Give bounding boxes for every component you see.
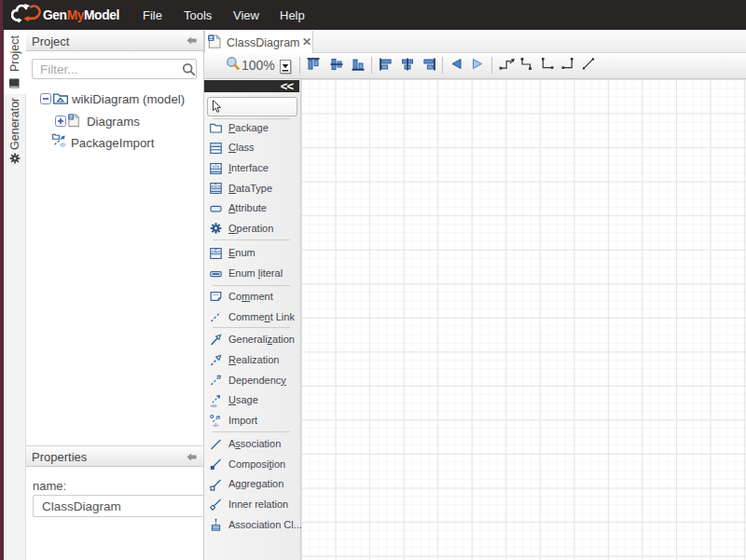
svg-text:‹I›: ‹I› <box>214 422 219 427</box>
svg-text:«I»: «I» <box>213 163 220 169</box>
svg-text:‹u›: ‹u› <box>211 402 217 406</box>
svg-text:‹Ι›: ‹Ι› <box>60 142 65 147</box>
svg-text:«E»: «E» <box>212 248 221 253</box>
svg-text:«D»: «D» <box>211 183 220 188</box>
